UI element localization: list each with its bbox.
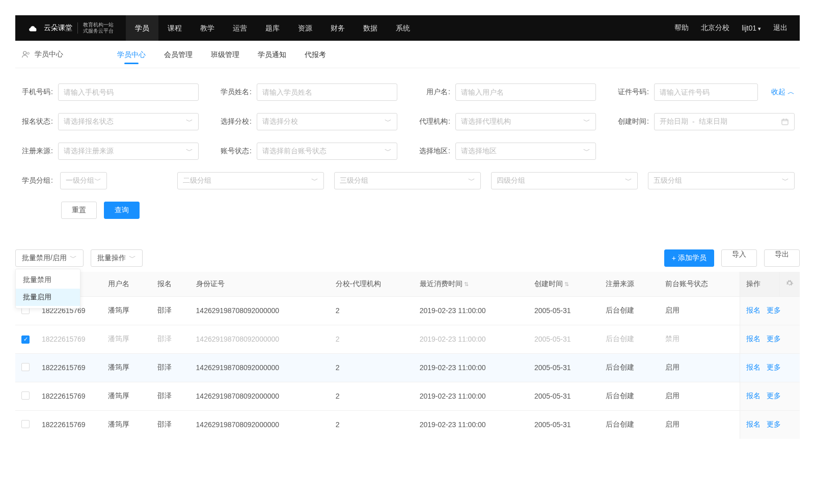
chevron-down-icon: ﹀ [186,147,193,156]
user-icon [21,50,31,59]
row-signup-link[interactable]: 报名 [746,363,760,371]
row-more-link[interactable]: 更多 [767,391,781,400]
svg-rect-2 [782,119,788,125]
nav-item-7[interactable]: 数据 [354,15,387,41]
reset-button[interactable]: 重置 [61,202,97,219]
collapse-link[interactable]: 收起︿ [771,88,795,97]
nav-item-1[interactable]: 课程 [158,15,191,41]
table-row: 18222615769潘筠厚邵泽142629198708092000000220… [15,410,800,439]
col-username: 用户名 [102,272,151,296]
row-signup-link[interactable]: 报名 [746,391,760,400]
reg-source-select[interactable]: 请选择注册来源﹀ [58,143,199,160]
label-name: 学员姓名 [219,88,252,97]
nav-branch[interactable]: 北京分校 [701,23,729,33]
subnav-tabs: 学员中心会员管理班级管理学员通知代报考 [111,41,326,68]
chevron-down-icon: ﹀ [70,254,77,263]
row-checkbox[interactable] [21,335,30,344]
batch-toggle-menu: 批量禁用 批量启用 [15,269,80,309]
batch-disable-item[interactable]: 批量禁用 [16,271,80,289]
row-signup-link[interactable]: 报名 [746,306,760,314]
cell-created: 2005-05-31 [528,410,600,439]
query-button[interactable]: 查询 [104,202,140,219]
group3-select[interactable]: 三级分组﹀ [334,172,481,189]
row-checkbox[interactable] [21,363,30,371]
table-row: 18222615769潘筠厚邵泽142629198708092000000220… [15,353,800,382]
region-select[interactable]: 请选择地区﹀ [455,143,596,160]
nav-item-2[interactable]: 教学 [191,15,224,41]
nav-item-5[interactable]: 资源 [289,15,321,41]
label-acc-status: 账号状态 [219,147,252,156]
group5-select[interactable]: 五级分组﹀ [648,172,795,189]
subnav-tab-4[interactable]: 代报考 [305,41,326,68]
cell-last-spent: 2019-02-23 11:00:00 [414,353,528,382]
chevron-down-icon: ﹀ [385,147,392,156]
col-created[interactable]: 创建时间 [528,272,600,296]
cell-phone: 18222615769 [36,410,102,439]
subnav-tab-2[interactable]: 班级管理 [211,41,239,68]
row-more-link[interactable]: 更多 [767,420,781,428]
import-button[interactable]: 导入 [721,249,757,267]
acc-status-select[interactable]: 请选择前台账号状态﹀ [257,143,397,160]
cell-enroll: 邵泽 [151,296,190,325]
cell-phone: 18222615769 [36,382,102,410]
created-daterange[interactable]: 开始日期-结束日期 [654,113,795,130]
row-checkbox[interactable] [21,420,30,428]
nav-item-6[interactable]: 财务 [321,15,354,41]
nav-item-8[interactable]: 系统 [387,15,419,41]
col-action: 操作 [740,272,779,296]
nav-right: 帮助 北京分校 lijt01 退出 [674,23,787,33]
group2-select[interactable]: 二级分组﹀ [177,172,324,189]
group4-select[interactable]: 四级分组﹀ [491,172,638,189]
col-last-spent[interactable]: 最近消费时间 [414,272,528,296]
branch-select[interactable]: 请选择分校﹀ [257,113,397,130]
label-reg-source: 注册来源 [20,147,53,156]
brand-name: 云朵课堂 [44,23,72,33]
row-checkbox[interactable] [21,391,30,400]
nav-item-3[interactable]: 运营 [224,15,256,41]
row-more-link[interactable]: 更多 [767,306,781,314]
col-settings[interactable] [779,272,800,296]
cell-idno: 142629198708092000000 [190,382,330,410]
group1-select[interactable]: 一级分组﹀ [60,172,107,189]
export-button[interactable]: 导出 [764,249,800,267]
cell-reg-source: 后台创建 [600,382,659,410]
nav-item-0[interactable]: 学员 [126,15,158,41]
idno-input[interactable] [654,83,758,101]
batch-enable-item[interactable]: 批量启用 [16,289,80,306]
add-student-button[interactable]: +添加学员 [664,249,714,267]
nav-user[interactable]: lijt01 [742,24,761,32]
brand: 云朵课堂 教育机构一站 式服务云平台 [28,22,114,34]
cell-created: 2005-05-31 [528,353,600,382]
cell-last-spent: 2019-02-23 11:00:00 [414,296,528,325]
row-signup-link[interactable]: 报名 [746,334,760,343]
nav-items: 学员课程教学运营题库资源财务数据系统 [126,15,419,41]
col-idno: 身份证号 [190,272,330,296]
agent-select[interactable]: 请选择代理机构﹀ [455,113,596,130]
chevron-down-icon: ﹀ [583,147,590,156]
batch-toggle-dropdown[interactable]: 批量禁用/启用﹀ [15,249,84,267]
chevron-down-icon: ﹀ [311,176,318,185]
enroll-status-select[interactable]: 请选择报名状态﹀ [58,113,199,130]
batch-ops-dropdown[interactable]: 批量操作﹀ [91,249,143,267]
name-input[interactable] [257,83,397,101]
nav-item-4[interactable]: 题库 [256,15,289,41]
svg-point-0 [23,51,26,54]
nav-logout[interactable]: 退出 [773,23,787,33]
cell-branch-agent: 2 [330,325,414,353]
username-input[interactable] [455,83,596,101]
cell-username: 潘筠厚 [102,410,151,439]
row-more-link[interactable]: 更多 [767,334,781,343]
cell-reg-source: 后台创建 [600,410,659,439]
brand-divider [77,22,78,34]
col-branch-agent: 分校-代理机构 [330,272,414,296]
subnav-tab-3[interactable]: 学员通知 [258,41,286,68]
phone-input[interactable] [58,83,199,101]
nav-help[interactable]: 帮助 [674,23,689,33]
subnav-tab-1[interactable]: 会员管理 [164,41,193,68]
row-signup-link[interactable]: 报名 [746,420,760,428]
toolbar: 批量禁用/启用﹀ 批量禁用 批量启用 批量操作﹀ +添加学员 导入 导出 [15,249,800,267]
label-enroll-status: 报名状态 [20,117,53,126]
cell-reg-source: 后台创建 [600,353,659,382]
subnav-tab-0[interactable]: 学员中心 [117,41,146,68]
row-more-link[interactable]: 更多 [767,363,781,371]
